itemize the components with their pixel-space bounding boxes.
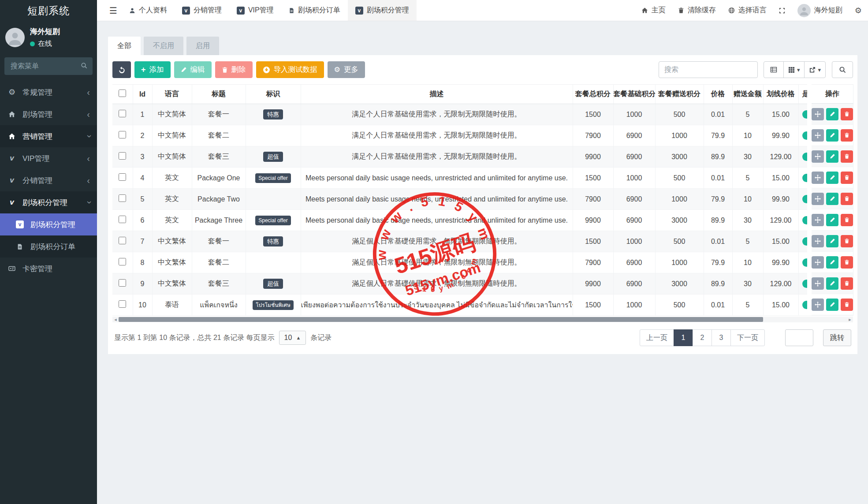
move-row-button[interactable]	[812, 129, 824, 142]
move-row-button[interactable]	[812, 235, 824, 247]
page-button-2[interactable]: 2	[693, 329, 712, 346]
table-search-input[interactable]	[659, 61, 758, 78]
sidebar-subitem-points-orders[interactable]: 剧场积分订单	[0, 235, 97, 258]
edit-row-button[interactable]	[826, 150, 838, 163]
delete-row-button[interactable]	[841, 108, 853, 120]
delete-row-button[interactable]	[841, 193, 853, 205]
scrollbar-thumb[interactable]	[119, 317, 763, 322]
sidebar-item-theater[interactable]: 剧场管理‹	[0, 103, 97, 125]
edit-row-button[interactable]	[826, 108, 838, 120]
filter-tab-disabled[interactable]: 不启用	[144, 37, 183, 55]
edit-row-button[interactable]	[826, 193, 838, 205]
import-test-data-button[interactable]: 导入测试数据	[256, 61, 324, 78]
pagination-toggle-button[interactable]	[764, 61, 784, 78]
row-checkbox[interactable]	[119, 258, 126, 265]
edit-row-button[interactable]	[826, 299, 838, 311]
move-row-button[interactable]	[812, 277, 824, 290]
language-select[interactable]: 选择语言	[728, 6, 767, 15]
settings-button[interactable]: ⚙	[855, 7, 862, 15]
delete-row-button[interactable]	[841, 256, 853, 269]
sidebar-item-distribution[interactable]: v分销管理‹	[0, 169, 97, 191]
filter-tab-enabled[interactable]: 启用	[186, 37, 219, 55]
scroll-left-arrow[interactable]: ◄	[112, 317, 119, 322]
gear-icon: ⚙	[855, 7, 862, 15]
delete-row-button[interactable]	[841, 214, 853, 226]
prev-page-button[interactable]: 上一页	[640, 329, 674, 346]
tab-points-orders[interactable]: 剧场积分订单	[281, 0, 348, 21]
chevron-left-icon: ‹	[87, 88, 90, 97]
page-button-1[interactable]: 1	[674, 329, 693, 346]
clear-cache-link[interactable]: 清除缓存	[678, 6, 716, 15]
add-button[interactable]: +添加	[134, 61, 171, 78]
sidebar-subitem-points-manage[interactable]: v剧场积分管理	[0, 213, 97, 235]
tab-profile[interactable]: 个人资料	[122, 0, 175, 21]
row-checkbox[interactable]	[119, 194, 126, 202]
edit-row-button[interactable]	[826, 256, 838, 269]
edit-button[interactable]: 编辑	[174, 61, 212, 78]
export-button[interactable]: ▾	[804, 61, 826, 78]
sidebar-item-card-keys[interactable]: 卡密管理	[0, 258, 97, 280]
page-size-dropdown[interactable]: 10▲	[279, 331, 306, 345]
search-icon[interactable]	[81, 62, 87, 71]
move-row-button[interactable]	[812, 150, 824, 163]
delete-row-button[interactable]	[841, 277, 853, 290]
sidebar: 短剧系统 海外短剧 在线 ⚙常规管理‹ 剧场管理‹ 营销管理‹ vVIP管理‹ …	[0, 0, 97, 504]
row-checkbox[interactable]	[119, 300, 126, 308]
more-button[interactable]: ⚙更多	[328, 61, 365, 78]
edit-row-button[interactable]	[826, 172, 838, 184]
search-button[interactable]	[832, 61, 853, 78]
refresh-button[interactable]	[112, 61, 131, 78]
delete-row-button[interactable]	[841, 235, 853, 247]
row-checkbox[interactable]	[119, 216, 126, 223]
select-all-checkbox[interactable]	[119, 90, 126, 97]
row-checkbox[interactable]	[119, 152, 126, 160]
cell-id: 3	[133, 146, 152, 168]
columns-button[interactable]: ▾	[783, 61, 805, 78]
jump-button[interactable]: 跳转	[823, 329, 851, 346]
fullscreen-button[interactable]	[779, 7, 785, 14]
delete-row-button[interactable]	[841, 299, 853, 311]
home-link[interactable]: 主页	[641, 6, 666, 15]
cell-base: 1000	[613, 104, 655, 125]
edit-row-button[interactable]	[826, 129, 838, 142]
row-checkbox[interactable]	[119, 173, 126, 181]
jump-page-input[interactable]	[785, 329, 813, 346]
page-button-3[interactable]: 3	[712, 329, 731, 346]
tab-vip[interactable]: vVIP管理	[229, 0, 281, 21]
delete-button[interactable]: 删除	[215, 61, 253, 78]
sidebar-search-input[interactable]	[4, 57, 93, 75]
cell-gift: 3000	[655, 273, 704, 295]
move-row-button[interactable]	[812, 193, 824, 205]
tab-distribution[interactable]: v分销管理	[175, 0, 229, 21]
move-row-button[interactable]	[812, 299, 824, 311]
row-checkbox[interactable]	[119, 279, 126, 287]
delete-row-button[interactable]	[841, 129, 853, 142]
edit-row-button[interactable]	[826, 235, 838, 247]
next-page-button[interactable]: 下一页	[730, 329, 765, 346]
sidebar-item-marketing[interactable]: 营销管理‹	[0, 125, 97, 147]
move-row-button[interactable]	[812, 214, 824, 226]
cell-select	[112, 231, 133, 252]
cell-price: 0.01	[704, 231, 732, 252]
scroll-right-arrow[interactable]: ►	[847, 317, 853, 322]
v-icon: v	[15, 220, 25, 228]
delete-row-button[interactable]	[841, 172, 853, 184]
move-row-button[interactable]	[812, 256, 824, 269]
row-checkbox[interactable]	[119, 237, 126, 244]
row-checkbox[interactable]	[119, 110, 126, 117]
row-checkbox[interactable]	[119, 131, 126, 138]
delete-row-button[interactable]	[841, 150, 853, 163]
filter-tab-all[interactable]: 全部	[108, 37, 141, 55]
sidebar-item-theater-points[interactable]: v剧场积分管理‹	[0, 191, 97, 213]
sidebar-item-vip[interactable]: vVIP管理‹	[0, 147, 97, 169]
sidebar-item-general[interactable]: ⚙常规管理‹	[0, 81, 97, 103]
hamburger-icon[interactable]: ☰	[105, 5, 122, 16]
edit-row-button[interactable]	[826, 277, 838, 290]
move-row-button[interactable]	[812, 172, 824, 184]
navbar-user[interactable]: 海外短剧	[797, 4, 842, 17]
horizontal-scrollbar[interactable]: ◄ ►	[112, 317, 853, 322]
tab-points-manage[interactable]: v剧场积分管理	[348, 0, 417, 21]
move-row-button[interactable]	[812, 108, 824, 120]
toolbar: +添加 编辑 删除 导入测试数据 ⚙更多 ▾ ▾	[112, 61, 853, 78]
edit-row-button[interactable]	[826, 214, 838, 226]
